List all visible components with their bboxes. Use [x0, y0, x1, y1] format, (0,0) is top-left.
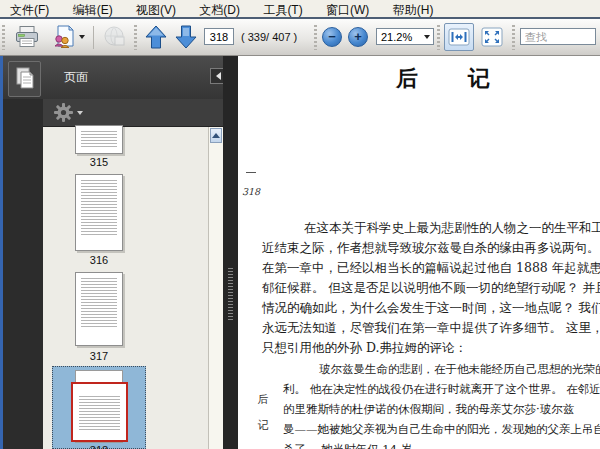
menu-tools[interactable]: 工具(T) [253, 0, 312, 17]
text-line: 曼——她被她父亲视为自己生命中的阳光，发现她的父亲上吊自 [283, 419, 595, 439]
text-line: 郁征候群。 但这是否足以说明他不顾一切的绝望行动呢？ 并且如果 [262, 278, 600, 298]
thumbnail-label: 317 [51, 350, 147, 362]
panel-splitter[interactable] [223, 56, 238, 449]
gear-icon [53, 102, 74, 123]
margin-dash [246, 172, 256, 173]
minus-icon: − [328, 30, 336, 43]
arrow-up-icon [144, 24, 168, 50]
arrow-down-icon [174, 24, 198, 50]
thumbnail-content [79, 396, 120, 432]
panel-options-button[interactable] [53, 102, 83, 123]
globe-icon [103, 25, 127, 49]
thumbnail-content [81, 180, 117, 236]
text-line: 的里雅斯特的杜伊诺的休假期间，我的母亲艾尔莎·玻尔兹 [283, 399, 595, 419]
text-line: 杀了。 她当时年仅 14 岁。 [283, 439, 595, 449]
text-line: 只想引用他的外孙 D.弗拉姆的评论： [262, 338, 600, 358]
dropdown-caret-icon [79, 35, 85, 39]
email-button-disabled [99, 22, 131, 52]
menu-file[interactable]: 文件(F) [0, 0, 59, 17]
fit-page-icon [481, 27, 503, 47]
chapter-title: 后 记 [396, 64, 492, 94]
menu-document[interactable]: 文档(D) [189, 0, 250, 17]
toolbar: ( 339/ 407 ) − + 21.2% [0, 19, 600, 56]
toolbar-grip[interactable] [2, 25, 5, 50]
thumbnail-label: 315 [51, 156, 147, 168]
zoom-in-button[interactable]: + [348, 27, 368, 47]
page-number-input[interactable] [204, 28, 234, 45]
dropdown-caret-icon [424, 35, 430, 39]
thumbnail-label: 316 [51, 254, 147, 266]
thumbnails-scrollbar[interactable] [208, 127, 223, 449]
chevron-up-icon [212, 133, 220, 138]
text-line: 永远无法知道，尽管我们在第一章中提供了许多细节。 这里，我们 [262, 318, 600, 338]
zoom-out-button[interactable]: − [322, 27, 342, 47]
text-line: 玻尔兹曼生命的悲剧，在于他未能经历自己思想的光荣的胜 [283, 359, 595, 379]
pages-icon [13, 66, 37, 92]
margin-char: 后 [256, 392, 270, 407]
toolbar-grip[interactable] [314, 25, 317, 50]
previous-page-button[interactable] [142, 22, 170, 52]
margin-char: — [256, 444, 270, 449]
thumbnail-content [81, 278, 117, 327]
menu-window[interactable]: 窗口(W) [316, 0, 379, 17]
fit-width-button[interactable] [444, 23, 474, 51]
toolbar-grip[interactable] [134, 25, 137, 50]
margin-char: 记 [256, 418, 270, 433]
pages-panel-tab[interactable] [8, 61, 41, 97]
thumbnail-label: 318 [51, 444, 147, 449]
chevron-left-icon [216, 72, 221, 80]
block-quote: 玻尔兹曼生命的悲剧，在于他未能经历自己思想的光荣的胜 利。 他在决定性的战役仍在… [283, 359, 595, 449]
pages-panel-header: 页面 [3, 56, 225, 99]
find-input[interactable] [520, 28, 596, 45]
zoom-level-select[interactable]: 21.2% [376, 28, 434, 45]
submit-comments-button[interactable] [48, 22, 88, 52]
collaborate-document-icon [52, 24, 76, 50]
menu-edit[interactable]: 编辑(E) [63, 0, 123, 17]
printer-icon [14, 25, 40, 49]
thumbnail-page-316[interactable] [75, 174, 123, 251]
current-view-rectangle[interactable] [71, 382, 128, 442]
pdf-reader-window: 文件(F) 编辑(E) 视图(V) 文档(D) 工具(T) 窗口(W) 帮助(H… [0, 0, 600, 449]
text-line: 在这本关于科学史上最为悲剧性的人物之一的生平和工作的书临 [262, 218, 600, 238]
toolbar-grip[interactable] [437, 25, 440, 50]
text-line: 情况的确如此，为什么会发生于这一时间，这一地点呢？ 我们或许 [262, 298, 600, 318]
menu-bar: 文件(F) 编辑(E) 视图(V) 文档(D) 工具(T) 窗口(W) 帮助(H… [0, 0, 600, 19]
print-button[interactable] [10, 22, 44, 52]
thumbnail-content [81, 131, 117, 148]
menu-view[interactable]: 视图(V) [126, 0, 186, 17]
toolbar-separator [93, 26, 94, 49]
navigation-panel-strip [3, 56, 43, 449]
pages-panel-title: 页面 [64, 69, 88, 86]
dropdown-caret-icon [77, 111, 83, 115]
margin-page-number: 318 [242, 186, 260, 197]
fit-width-icon [448, 28, 470, 46]
text-line: 近结束之际，作者想就导致玻尔兹曼自杀的缘由再多说两句。 我们 [262, 238, 600, 258]
panel-options-bar [43, 99, 225, 127]
toolbar-grip[interactable] [512, 25, 515, 50]
thumbnail-page-317[interactable] [75, 272, 123, 346]
menu-help[interactable]: 帮助(H) [383, 0, 444, 17]
text-line: 利。 他在决定性的战役仍在进行时就离开了这个世界。 在邻近 [283, 379, 595, 399]
paragraph: 在这本关于科学史上最为悲剧性的人物之一的生平和工作的书临 近结束之际，作者想就导… [262, 218, 600, 358]
splitter-grip[interactable] [228, 268, 233, 320]
plus-icon: + [354, 30, 362, 43]
thumbnail-page-318-selected[interactable] [52, 366, 146, 449]
margin-chapter-label: 后 记 — [256, 392, 270, 449]
page-count-label: ( 339/ 407 ) [241, 31, 297, 43]
next-page-button[interactable] [172, 22, 200, 52]
thumbnail-page-315[interactable] [75, 125, 123, 154]
scroll-up-button[interactable] [210, 128, 222, 143]
document-page[interactable]: 后 记 318 在这本关于科学史上最为悲剧性的人物之一的生平和工作的书临 近结束… [238, 56, 600, 449]
zoom-level-value: 21.2% [377, 31, 421, 43]
text-line: 在第一章中，已经以相当长的篇幅说起过他自 1888 年起就患有的狂 [262, 258, 600, 278]
fit-page-button[interactable] [477, 23, 507, 51]
